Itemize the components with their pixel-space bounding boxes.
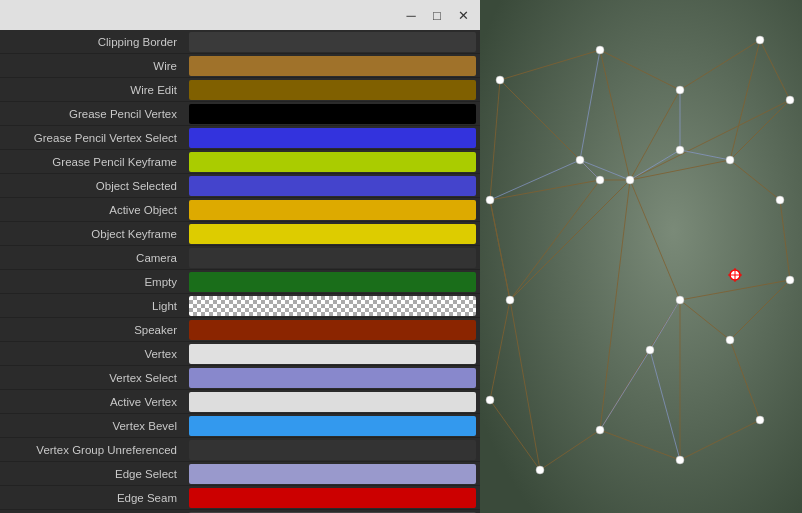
svg-point-66 [646, 346, 654, 354]
color-row: Grease Pencil Vertex [0, 102, 480, 126]
color-row-label: Empty [0, 276, 185, 288]
color-row-label: Object Selected [0, 180, 185, 192]
color-swatch[interactable] [189, 32, 476, 52]
viewport-svg [480, 0, 802, 513]
viewport-panel [480, 0, 802, 513]
color-swatch[interactable] [189, 416, 476, 436]
svg-point-57 [536, 466, 544, 474]
svg-point-51 [776, 196, 784, 204]
color-row-label: Light [0, 300, 185, 312]
svg-point-55 [676, 456, 684, 464]
svg-point-46 [596, 46, 604, 54]
svg-point-62 [676, 146, 684, 154]
color-swatch[interactable] [189, 272, 476, 292]
color-row-label: Grease Pencil Vertex Select [0, 132, 185, 144]
svg-point-54 [756, 416, 764, 424]
color-row: Object Selected [0, 174, 480, 198]
color-row: Edge Seam [0, 486, 480, 510]
svg-point-53 [726, 336, 734, 344]
svg-point-58 [486, 396, 494, 404]
svg-point-63 [576, 156, 584, 164]
minimize-button[interactable]: ─ [398, 4, 424, 26]
svg-point-50 [726, 156, 734, 164]
color-row: Clipping Border [0, 30, 480, 54]
color-swatch[interactable] [189, 224, 476, 244]
color-row-label: Speaker [0, 324, 185, 336]
color-row: Grease Pencil Vertex Select [0, 126, 480, 150]
color-row: Wire [0, 54, 480, 78]
svg-point-49 [786, 96, 794, 104]
color-row-label: Vertex Bevel [0, 420, 185, 432]
color-row-label: Object Keyframe [0, 228, 185, 240]
color-row: Empty [0, 270, 480, 294]
color-row-label: Active Object [0, 204, 185, 216]
color-row-label: Vertex [0, 348, 185, 360]
color-swatch[interactable] [189, 464, 476, 484]
color-swatch[interactable] [189, 296, 476, 316]
color-row: Object Keyframe [0, 222, 480, 246]
color-row: Edge Select [0, 462, 480, 486]
maximize-button[interactable]: □ [424, 4, 450, 26]
color-row: Active Object [0, 198, 480, 222]
svg-point-60 [486, 196, 494, 204]
svg-point-48 [756, 36, 764, 44]
color-swatch[interactable] [189, 152, 476, 172]
color-row-label: Grease Pencil Keyframe [0, 156, 185, 168]
color-swatch[interactable] [189, 200, 476, 220]
color-row-label: Wire Edit [0, 84, 185, 96]
title-bar: ─ □ ✕ [0, 0, 480, 30]
color-swatch[interactable] [189, 392, 476, 412]
color-row-label: Grease Pencil Vertex [0, 108, 185, 120]
color-row: Active Vertex [0, 390, 480, 414]
color-row-label: Edge Select [0, 468, 185, 480]
color-row: Vertex Bevel [0, 414, 480, 438]
color-swatch[interactable] [189, 344, 476, 364]
svg-point-52 [786, 276, 794, 284]
svg-rect-0 [480, 0, 802, 513]
svg-point-64 [596, 176, 604, 184]
color-swatch[interactable] [189, 440, 476, 460]
color-row-label: Clipping Border [0, 36, 185, 48]
svg-point-61 [626, 176, 634, 184]
color-row-label: Vertex Group Unreferenced [0, 444, 185, 456]
color-swatch[interactable] [189, 248, 476, 268]
color-row-label: Camera [0, 252, 185, 264]
svg-point-47 [676, 86, 684, 94]
color-row: Speaker [0, 318, 480, 342]
color-row-label: Vertex Select [0, 372, 185, 384]
svg-point-56 [596, 426, 604, 434]
color-row: Wire Edit [0, 78, 480, 102]
svg-point-65 [676, 296, 684, 304]
color-swatch[interactable] [189, 80, 476, 100]
color-swatch[interactable] [189, 488, 476, 508]
color-row-label: Wire [0, 60, 185, 72]
color-swatch[interactable] [189, 128, 476, 148]
color-row-label: Edge Seam [0, 492, 185, 504]
color-swatch[interactable] [189, 320, 476, 340]
color-list-panel: Clipping BorderWireWire EditGrease Penci… [0, 0, 480, 513]
color-row: Vertex Group Unreferenced [0, 438, 480, 462]
color-row: Camera [0, 246, 480, 270]
color-row-label: Active Vertex [0, 396, 185, 408]
color-row: Light [0, 294, 480, 318]
color-swatch[interactable] [189, 56, 476, 76]
color-swatch[interactable] [189, 368, 476, 388]
svg-point-59 [506, 296, 514, 304]
color-row: Grease Pencil Keyframe [0, 150, 480, 174]
color-swatch[interactable] [189, 104, 476, 124]
color-row: Vertex [0, 342, 480, 366]
close-button[interactable]: ✕ [450, 4, 476, 26]
svg-point-45 [496, 76, 504, 84]
color-row: Vertex Select [0, 366, 480, 390]
color-swatch[interactable] [189, 176, 476, 196]
